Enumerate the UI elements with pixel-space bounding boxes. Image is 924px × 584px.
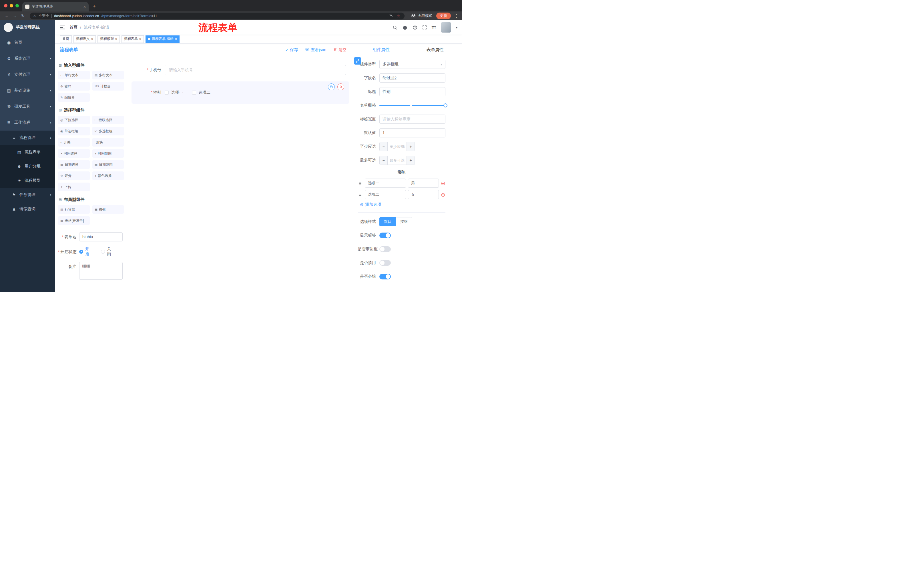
- address-bar[interactable]: ⚠ 不安全 dashboard.yudao.iocoder.cn /bpm/ma…: [30, 13, 404, 20]
- window-zoom-button[interactable]: [15, 4, 19, 7]
- show-label-toggle[interactable]: [380, 233, 391, 238]
- slider-track[interactable]: [380, 105, 446, 106]
- close-icon[interactable]: ×: [139, 37, 141, 41]
- view-json-button[interactable]: 查看json: [305, 47, 326, 53]
- style-button-button[interactable]: 按钮: [396, 217, 412, 226]
- slider-handle[interactable]: [444, 104, 447, 107]
- avatar[interactable]: [441, 22, 451, 33]
- phone-input[interactable]: [165, 65, 346, 75]
- remark-textarea[interactable]: 嘿嘿: [79, 262, 123, 280]
- browser-tab[interactable]: 芋道管理系统 ×: [22, 2, 89, 12]
- drag-handle-icon[interactable]: ≡: [358, 192, 363, 197]
- delete-component-button[interactable]: [337, 84, 344, 90]
- sidebar-item-leave-query[interactable]: ♟ 请假查询: [0, 202, 55, 216]
- sidebar-item-process-manage[interactable]: ≡ 流程管理 ▴: [0, 131, 55, 145]
- add-option-button[interactable]: ⊕ 添加选项: [360, 202, 446, 207]
- field-name-input[interactable]: [380, 73, 446, 82]
- clear-button[interactable]: 清空: [333, 48, 346, 53]
- grid-slider[interactable]: [380, 101, 446, 110]
- close-icon[interactable]: ×: [175, 37, 177, 41]
- form-name-input[interactable]: [79, 232, 123, 242]
- sidebar-item-workflow[interactable]: ≣ 工作流程 ▴: [0, 115, 55, 131]
- palette-item-slider[interactable]: 滑块: [92, 138, 124, 146]
- drag-handle-icon[interactable]: ≡: [358, 181, 363, 186]
- palette-item-table[interactable]: ▦表格[开发中]: [58, 216, 90, 225]
- window-minimize-button[interactable]: [10, 4, 13, 7]
- palette-item-date-range[interactable]: ▩日期范围: [92, 160, 124, 169]
- tag-home[interactable]: 首页: [60, 35, 72, 43]
- copy-component-button[interactable]: [328, 84, 335, 90]
- minus-icon[interactable]: −: [380, 142, 388, 151]
- palette-item-time-range[interactable]: ◕时间范围: [92, 149, 124, 158]
- required-toggle[interactable]: [380, 274, 391, 280]
- sidebar-item-task-manage[interactable]: ⚑ 任务管理 ▾: [0, 188, 55, 202]
- tab-close-icon[interactable]: ×: [84, 5, 86, 9]
- sidebar-item-devtools[interactable]: ⚒ 研发工具 ▾: [0, 99, 55, 115]
- reload-icon[interactable]: ↻: [20, 13, 26, 18]
- palette-item-editor[interactable]: ✎编辑器: [58, 93, 90, 102]
- palette-item-checkbox-group[interactable]: ☑多选框组: [92, 127, 124, 135]
- option-value-input[interactable]: [408, 190, 439, 199]
- remove-option-icon[interactable]: ⊖: [441, 192, 446, 197]
- status-radio-on[interactable]: 开启: [79, 247, 93, 257]
- sidebar-item-user-group[interactable]: ☻ 用户分组: [0, 159, 55, 173]
- sidebar-item-infra[interactable]: ▤ 基础设施 ▾: [0, 82, 55, 99]
- palette-item-single-text[interactable]: ▭单行文本: [58, 71, 90, 79]
- palette-item-upload[interactable]: ↥上传: [58, 183, 90, 191]
- palette-item-multi-text[interactable]: ▤多行文本: [92, 71, 124, 79]
- tag-process-model[interactable]: 流程模型 ×: [97, 35, 120, 43]
- sidebar-item-home[interactable]: ◉ 首页: [0, 35, 55, 51]
- window-close-button[interactable]: [4, 4, 7, 7]
- browser-menu-icon[interactable]: ⋮: [454, 13, 459, 18]
- external-link-tag[interactable]: [354, 57, 361, 64]
- minus-icon[interactable]: −: [380, 156, 388, 165]
- tab-component-props[interactable]: 组件属性: [354, 44, 408, 56]
- close-icon[interactable]: ×: [115, 37, 117, 41]
- palette-item-time-picker[interactable]: ◔时间选择: [58, 149, 90, 158]
- palette-item-password[interactable]: ⊙密码: [58, 82, 90, 90]
- disabled-toggle[interactable]: [380, 260, 391, 266]
- canvas-field-phone[interactable]: *手机号: [132, 62, 349, 78]
- option-name-input[interactable]: [365, 179, 406, 188]
- palette-item-row-container[interactable]: ▥行容器: [58, 205, 90, 214]
- sidebar-item-payment[interactable]: ¥ 支付管理 ▾: [0, 67, 55, 82]
- gender-checkbox-1[interactable]: 选项一: [165, 90, 183, 95]
- tab-form-props[interactable]: 表单属性: [408, 44, 462, 56]
- forward-icon[interactable]: →: [12, 13, 18, 18]
- palette-item-counter[interactable]: 123计数器: [92, 82, 124, 90]
- bookmark-star-icon[interactable]: ☆: [396, 14, 400, 18]
- back-icon[interactable]: ←: [3, 13, 10, 18]
- option-value-input[interactable]: [408, 179, 439, 188]
- title-input[interactable]: [380, 87, 446, 96]
- min-select-input[interactable]: [388, 142, 406, 151]
- tag-process-form-edit[interactable]: 流程表单-编辑 ×: [145, 35, 180, 43]
- max-select-input[interactable]: [388, 156, 406, 165]
- component-type-value[interactable]: [380, 60, 446, 69]
- new-tab-button[interactable]: +: [92, 3, 96, 10]
- component-type-select[interactable]: ▼: [380, 60, 446, 69]
- canvas-field-gender-selected[interactable]: *性别 选项一 选项二: [132, 81, 349, 104]
- key-icon[interactable]: [389, 13, 393, 18]
- breadcrumb-home[interactable]: 首页: [69, 25, 78, 30]
- font-size-icon[interactable]: TT: [432, 25, 436, 30]
- label-width-input[interactable]: [380, 115, 446, 124]
- sidebar-logo[interactable]: 芋道管理系统: [0, 20, 55, 35]
- update-button[interactable]: 更新: [436, 13, 451, 19]
- hamburger-icon[interactable]: [60, 25, 65, 30]
- status-radio-off[interactable]: 关闭: [101, 247, 115, 257]
- palette-item-rate[interactable]: ☆评分: [58, 171, 90, 180]
- github-icon[interactable]: [402, 25, 408, 30]
- avatar-caret-icon[interactable]: ▾: [456, 26, 457, 29]
- tag-process-form[interactable]: 流程表单 ×: [122, 35, 144, 43]
- palette-item-radio-group[interactable]: ◉单选框组: [58, 127, 90, 135]
- border-toggle[interactable]: [380, 246, 391, 252]
- close-icon[interactable]: ×: [91, 37, 93, 41]
- fullscreen-icon[interactable]: [422, 25, 427, 30]
- gender-checkbox-2[interactable]: 选项二: [192, 90, 210, 95]
- sidebar-item-process-form[interactable]: ▤ 流程表单: [0, 145, 55, 159]
- palette-item-select[interactable]: ◎下拉选择: [58, 116, 90, 124]
- sidebar-item-process-model[interactable]: ✈ 流程模型: [0, 173, 55, 188]
- palette-item-color-picker[interactable]: ◑颜色选择: [92, 171, 124, 180]
- option-name-input[interactable]: [365, 190, 406, 199]
- palette-item-switch[interactable]: ◐开关: [58, 138, 90, 146]
